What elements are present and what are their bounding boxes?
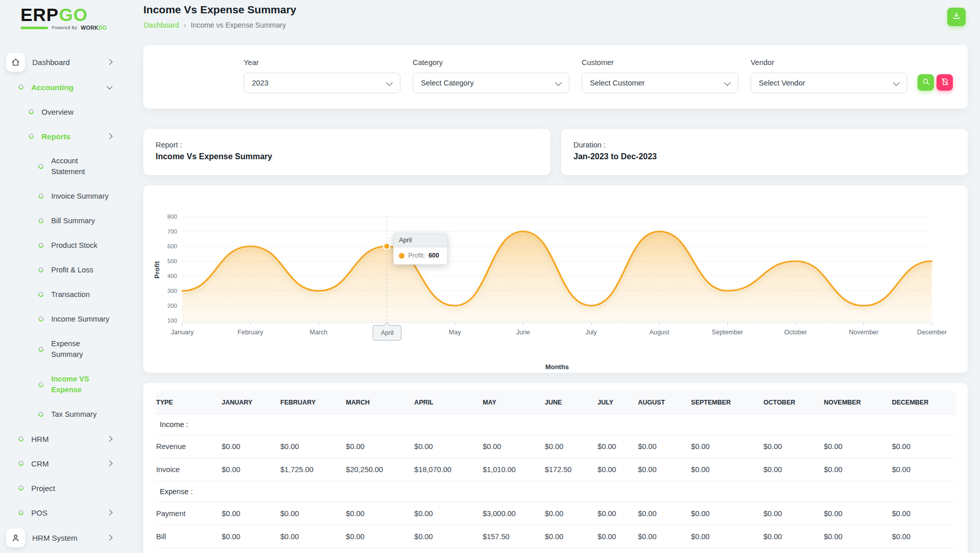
chevron-down-icon bbox=[893, 79, 900, 86]
sidebar-item-label: HRM System bbox=[32, 533, 77, 543]
cell: $0.00 bbox=[759, 435, 820, 458]
cell: $157.50 bbox=[479, 525, 541, 548]
cell: $0.00 bbox=[634, 435, 687, 458]
year-select[interactable]: 2023 bbox=[244, 73, 400, 93]
sidebar-item-expense-summary[interactable]: ExpenseSummary bbox=[0, 331, 123, 367]
chart-tooltip: April Profit: 600 bbox=[393, 233, 448, 265]
sidebar-item-label: Invoice Summary bbox=[51, 191, 109, 202]
income-expense-table: TYPEJANUARYFEBRUARYMARCHAPRILMAYJUNEJULY… bbox=[156, 391, 955, 548]
chevron-down-icon bbox=[555, 79, 562, 86]
dot-icon bbox=[37, 162, 45, 169]
column-header: SEPTEMBER bbox=[687, 391, 759, 414]
cell: $0.00 bbox=[218, 435, 276, 458]
cell: $0.00 bbox=[479, 435, 541, 458]
sidebar-item-bill-summary[interactable]: Bill Summary bbox=[0, 208, 123, 233]
cell: $0.00 bbox=[687, 502, 759, 525]
cell: $0.00 bbox=[634, 458, 687, 481]
sidebar-item-profit-loss[interactable]: Profit & Loss bbox=[0, 258, 123, 282]
cell: $0.00 bbox=[593, 435, 634, 458]
vendor-select-value: Select Vendor bbox=[759, 79, 805, 87]
sidebar-item-hrm[interactable]: HRM bbox=[0, 427, 123, 451]
tooltip-series-label: Profit: bbox=[408, 252, 425, 259]
cell: $0.00 bbox=[687, 525, 759, 548]
sidebar-item-project[interactable]: Project bbox=[0, 476, 123, 500]
breadcrumb-dashboard-link[interactable]: Dashboard bbox=[144, 21, 179, 29]
cell: $0.00 bbox=[687, 435, 759, 458]
sidebar-item-label: POS bbox=[31, 507, 48, 518]
breadcrumb-separator: › bbox=[184, 20, 186, 29]
column-header: AUGUST bbox=[634, 391, 687, 414]
year-label: Year bbox=[244, 58, 259, 67]
cell: $0.00 bbox=[410, 525, 479, 548]
sidebar-item-accounting[interactable]: Accounting bbox=[0, 75, 123, 99]
sidebar-item-account-statement[interactable]: AccountStatement bbox=[0, 148, 123, 184]
dot-icon bbox=[28, 133, 35, 140]
dot-icon bbox=[17, 484, 25, 492]
dot-icon bbox=[17, 83, 25, 91]
cell: $0.00 bbox=[593, 525, 634, 548]
cell: $0.00 bbox=[687, 458, 759, 481]
y-axis-title: Profit bbox=[153, 261, 161, 279]
row-label: Bill bbox=[156, 525, 218, 548]
dot-icon bbox=[37, 315, 45, 323]
data-point-marker[interactable] bbox=[384, 243, 390, 249]
column-header: NOVEMBER bbox=[820, 391, 888, 414]
cell: $0.00 bbox=[541, 525, 593, 548]
cell: $0.00 bbox=[342, 502, 411, 525]
cell: $0.00 bbox=[218, 458, 276, 481]
sidebar-item-label: Bill Summary bbox=[51, 216, 95, 226]
sidebar-item-overview[interactable]: Overview bbox=[0, 99, 123, 124]
customer-select[interactable]: Select Customer bbox=[582, 73, 738, 93]
x-axis-label: June bbox=[516, 329, 530, 336]
logo-underline bbox=[20, 27, 48, 29]
sidebar-menu: DashboardAccountingOverviewReportsAccoun… bbox=[0, 49, 128, 550]
sidebar-item-pos[interactable]: POS bbox=[0, 500, 123, 525]
column-header: OCTOBER bbox=[759, 391, 820, 414]
sidebar-item-hrm-system[interactable]: HRM System bbox=[0, 525, 123, 550]
dot-icon bbox=[37, 217, 45, 224]
sidebar-item-reports[interactable]: Reports bbox=[0, 124, 123, 148]
sidebar-item-invoice-summary[interactable]: Invoice Summary bbox=[0, 184, 123, 208]
sidebar-item-label: HRM bbox=[31, 434, 49, 444]
sidebar-item-dashboard[interactable]: Dashboard bbox=[0, 49, 123, 75]
app-logo-text: ERPGO bbox=[20, 5, 123, 25]
chevron-right-icon bbox=[106, 436, 112, 441]
column-header: MAY bbox=[479, 391, 541, 414]
breadcrumb: Dashboard › Income vs Expense Summary bbox=[144, 20, 286, 29]
cell: $0.00 bbox=[888, 458, 955, 481]
vendor-select[interactable]: Select Vendor bbox=[751, 73, 907, 93]
dot-icon bbox=[37, 411, 45, 418]
y-axis-label: 600 bbox=[167, 243, 177, 249]
sidebar-item-crm[interactable]: CRM bbox=[0, 451, 123, 476]
sidebar-item-tax-summary[interactable]: Tax Summary bbox=[0, 402, 123, 427]
reset-icon bbox=[941, 77, 949, 88]
table-row-revenue: Revenue$0.00$0.00$0.00$0.00$0.00$0.00$0.… bbox=[156, 435, 955, 458]
sidebar-item-income-summary[interactable]: Income Summary bbox=[0, 307, 123, 331]
category-select[interactable]: Select Category bbox=[413, 73, 569, 93]
cell: $0.00 bbox=[342, 435, 411, 458]
sidebar-item-transaction[interactable]: Transaction bbox=[0, 282, 123, 307]
x-axis-label: July bbox=[585, 329, 597, 336]
app-logo[interactable]: ERPGO Powered By WORKDO bbox=[20, 5, 123, 31]
sidebar-item-label: AccountStatement bbox=[51, 156, 85, 177]
chevron-down-icon bbox=[106, 83, 112, 89]
column-header: JULY bbox=[593, 391, 634, 414]
cell: $0.00 bbox=[593, 458, 634, 481]
user-icon bbox=[6, 528, 25, 547]
customer-select-value: Select Customer bbox=[590, 79, 645, 87]
reset-button[interactable] bbox=[936, 74, 953, 91]
table-section-row-expense: Expense : bbox=[156, 481, 955, 502]
x-axis-label: January bbox=[171, 329, 194, 336]
sidebar-item-income-vs-expense[interactable]: Income VSExpense bbox=[0, 367, 123, 402]
search-button[interactable] bbox=[918, 74, 934, 91]
chevron-down-icon bbox=[724, 79, 731, 86]
sidebar-item-product-stock[interactable]: Product Stock bbox=[0, 233, 123, 258]
y-axis-label: 100 bbox=[167, 317, 177, 324]
download-button[interactable] bbox=[947, 8, 966, 26]
cell: $0.00 bbox=[820, 435, 888, 458]
category-label: Category bbox=[413, 58, 443, 67]
cell: $0.00 bbox=[593, 502, 634, 525]
column-header: JANUARY bbox=[218, 391, 276, 414]
sidebar-item-label: Tax Summary bbox=[51, 409, 97, 420]
chart-card: 100200300400500600700800JanuaryFebruaryM… bbox=[143, 185, 968, 373]
